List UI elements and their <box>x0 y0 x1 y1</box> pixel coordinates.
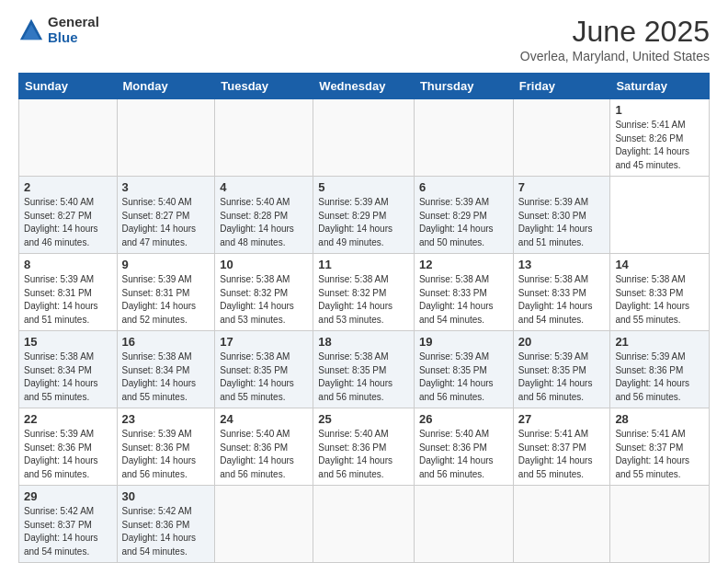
cell-date: 13 <box>518 258 606 271</box>
cell-date: 6 <box>419 180 508 194</box>
calendar-cell: 17Sunrise: 5:38 AMSunset: 8:35 PMDayligh… <box>215 331 313 408</box>
calendar-cell: 26Sunrise: 5:40 AMSunset: 8:36 PMDayligh… <box>414 408 513 486</box>
cell-info: Sunrise: 5:42 AMSunset: 8:36 PMDaylight:… <box>122 505 210 558</box>
calendar-week-row: 1Sunrise: 5:41 AMSunset: 8:26 PMDaylight… <box>19 99 710 177</box>
cell-info: Sunrise: 5:39 AMSunset: 8:31 PMDaylight:… <box>122 273 210 327</box>
calendar-page: General Blue June 2025 Overlea, Maryland… <box>0 0 728 563</box>
calendar-cell: 16Sunrise: 5:38 AMSunset: 8:34 PMDayligh… <box>117 331 215 408</box>
calendar-cell: 10Sunrise: 5:38 AMSunset: 8:32 PMDayligh… <box>215 254 313 331</box>
cell-info: Sunrise: 5:39 AMSunset: 8:36 PMDaylight:… <box>122 428 210 481</box>
day-header-wednesday: Wednesday <box>313 74 415 99</box>
cell-date: 3 <box>122 180 210 194</box>
empty-cell <box>414 486 513 563</box>
cell-date: 28 <box>615 412 704 426</box>
cell-info: Sunrise: 5:40 AMSunset: 8:36 PMDaylight:… <box>318 428 409 481</box>
day-header-sunday: Sunday <box>19 74 118 99</box>
cell-info: Sunrise: 5:38 AMSunset: 8:34 PMDaylight:… <box>24 350 112 404</box>
cell-date: 23 <box>122 412 210 426</box>
logo-icon <box>18 17 44 43</box>
cell-date: 21 <box>615 335 704 349</box>
calendar-cell: 29Sunrise: 5:42 AMSunset: 8:37 PMDayligh… <box>19 486 118 563</box>
cell-info: Sunrise: 5:39 AMSunset: 8:35 PMDaylight:… <box>419 350 508 404</box>
header: General Blue June 2025 Overlea, Maryland… <box>18 15 710 63</box>
month-title: June 2025 <box>520 15 710 49</box>
cell-date: 4 <box>220 180 308 194</box>
empty-cell <box>19 99 118 177</box>
cell-info: Sunrise: 5:40 AMSunset: 8:36 PMDaylight:… <box>220 428 308 481</box>
cell-date: 16 <box>122 335 210 349</box>
calendar-week-row: 2Sunrise: 5:40 AMSunset: 8:27 PMDaylight… <box>19 177 710 254</box>
calendar-cell: 2Sunrise: 5:40 AMSunset: 8:27 PMDaylight… <box>19 177 118 254</box>
cell-info: Sunrise: 5:39 AMSunset: 8:31 PMDaylight:… <box>24 273 112 327</box>
cell-date: 17 <box>220 335 308 349</box>
cell-date: 29 <box>24 489 112 503</box>
cell-info: Sunrise: 5:41 AMSunset: 8:37 PMDaylight:… <box>518 428 606 481</box>
logo-blue-text: Blue <box>48 30 99 46</box>
empty-cell <box>513 486 610 563</box>
calendar-cell: 21Sunrise: 5:39 AMSunset: 8:36 PMDayligh… <box>610 331 710 408</box>
calendar-cell: 27Sunrise: 5:41 AMSunset: 8:37 PMDayligh… <box>513 408 610 486</box>
empty-cell <box>610 486 710 563</box>
cell-info: Sunrise: 5:38 AMSunset: 8:33 PMDaylight:… <box>615 273 704 327</box>
day-header-monday: Monday <box>117 74 215 99</box>
cell-date: 1 <box>615 103 704 117</box>
cell-info: Sunrise: 5:40 AMSunset: 8:27 PMDaylight:… <box>24 196 112 249</box>
calendar-cell: 5Sunrise: 5:39 AMSunset: 8:29 PMDaylight… <box>313 177 415 254</box>
calendar-week-row: 29Sunrise: 5:42 AMSunset: 8:37 PMDayligh… <box>19 486 710 563</box>
empty-cell <box>215 486 313 563</box>
empty-cell <box>513 99 610 177</box>
cell-date: 30 <box>122 489 210 503</box>
cell-date: 15 <box>24 335 112 349</box>
calendar-cell: 7Sunrise: 5:39 AMSunset: 8:30 PMDaylight… <box>513 177 610 254</box>
empty-cell <box>414 99 513 177</box>
day-header-friday: Friday <box>513 74 610 99</box>
cell-date: 5 <box>318 180 409 194</box>
cell-date: 9 <box>122 258 210 271</box>
cell-date: 24 <box>220 412 308 426</box>
logo-text: General Blue <box>48 15 99 45</box>
cell-date: 26 <box>419 412 508 426</box>
empty-cell <box>215 99 313 177</box>
cell-info: Sunrise: 5:41 AMSunset: 8:37 PMDaylight:… <box>615 428 704 481</box>
calendar-cell: 30Sunrise: 5:42 AMSunset: 8:36 PMDayligh… <box>117 486 215 563</box>
empty-cell <box>313 99 415 177</box>
calendar-cell: 28Sunrise: 5:41 AMSunset: 8:37 PMDayligh… <box>610 408 710 486</box>
location-title: Overlea, Maryland, United States <box>520 49 710 63</box>
cell-info: Sunrise: 5:38 AMSunset: 8:32 PMDaylight:… <box>318 273 409 327</box>
cell-date: 14 <box>615 258 704 271</box>
calendar-cell: 14Sunrise: 5:38 AMSunset: 8:33 PMDayligh… <box>610 254 710 331</box>
cell-info: Sunrise: 5:39 AMSunset: 8:30 PMDaylight:… <box>518 196 606 249</box>
cell-info: Sunrise: 5:40 AMSunset: 8:36 PMDaylight:… <box>419 428 508 481</box>
cell-date: 25 <box>318 412 409 426</box>
calendar-table: SundayMondayTuesdayWednesdayThursdayFrid… <box>18 73 710 563</box>
cell-date: 7 <box>518 180 606 194</box>
cell-date: 12 <box>419 258 508 271</box>
cell-date: 20 <box>518 335 606 349</box>
logo: General Blue <box>18 15 99 45</box>
calendar-cell: 22Sunrise: 5:39 AMSunset: 8:36 PMDayligh… <box>19 408 118 486</box>
cell-info: Sunrise: 5:38 AMSunset: 8:33 PMDaylight:… <box>518 273 606 327</box>
cell-date: 19 <box>419 335 508 349</box>
calendar-week-row: 15Sunrise: 5:38 AMSunset: 8:34 PMDayligh… <box>19 331 710 408</box>
calendar-week-row: 22Sunrise: 5:39 AMSunset: 8:36 PMDayligh… <box>19 408 710 486</box>
calendar-cell: 1Sunrise: 5:41 AMSunset: 8:26 PMDaylight… <box>610 99 710 177</box>
cell-info: Sunrise: 5:38 AMSunset: 8:35 PMDaylight:… <box>220 350 308 404</box>
calendar-cell: 18Sunrise: 5:38 AMSunset: 8:35 PMDayligh… <box>313 331 415 408</box>
calendar-cell: 12Sunrise: 5:38 AMSunset: 8:33 PMDayligh… <box>414 254 513 331</box>
logo-general-text: General <box>48 15 99 30</box>
cell-info: Sunrise: 5:39 AMSunset: 8:36 PMDaylight:… <box>24 428 112 481</box>
cell-info: Sunrise: 5:38 AMSunset: 8:32 PMDaylight:… <box>220 273 308 327</box>
calendar-cell: 11Sunrise: 5:38 AMSunset: 8:32 PMDayligh… <box>313 254 415 331</box>
cell-info: Sunrise: 5:39 AMSunset: 8:29 PMDaylight:… <box>318 196 409 249</box>
day-header-saturday: Saturday <box>610 74 710 99</box>
day-header-tuesday: Tuesday <box>215 74 313 99</box>
cell-info: Sunrise: 5:39 AMSunset: 8:29 PMDaylight:… <box>419 196 508 249</box>
calendar-cell: 6Sunrise: 5:39 AMSunset: 8:29 PMDaylight… <box>414 177 513 254</box>
cell-info: Sunrise: 5:38 AMSunset: 8:33 PMDaylight:… <box>419 273 508 327</box>
calendar-cell: 24Sunrise: 5:40 AMSunset: 8:36 PMDayligh… <box>215 408 313 486</box>
cell-date: 2 <box>24 180 112 194</box>
title-area: June 2025 Overlea, Maryland, United Stat… <box>520 15 710 63</box>
cell-date: 27 <box>518 412 606 426</box>
calendar-week-row: 8Sunrise: 5:39 AMSunset: 8:31 PMDaylight… <box>19 254 710 331</box>
calendar-cell: 23Sunrise: 5:39 AMSunset: 8:36 PMDayligh… <box>117 408 215 486</box>
